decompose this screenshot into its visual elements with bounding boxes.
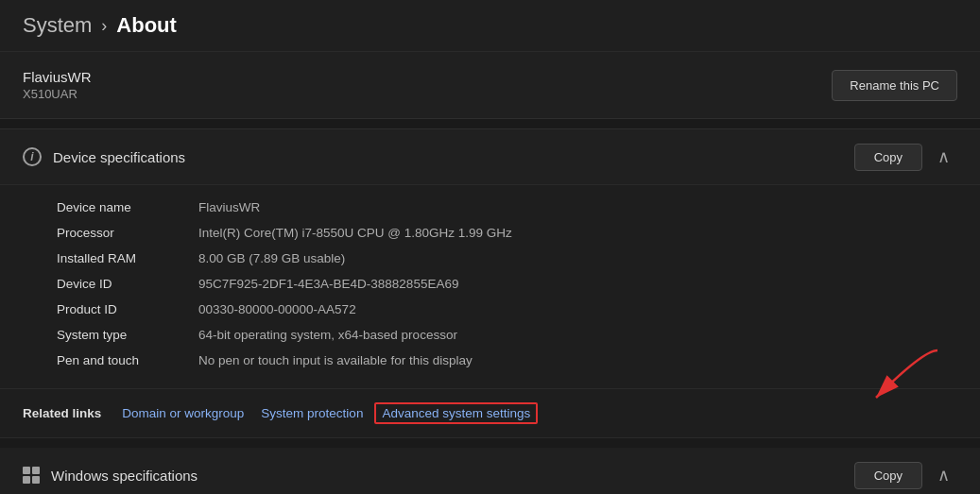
pc-name: FlaviusWR xyxy=(23,69,92,85)
related-links: Related links Domain or workgroupSystem … xyxy=(0,388,980,438)
related-link-item[interactable]: Advanced system settings xyxy=(374,402,538,424)
breadcrumb-chevron: › xyxy=(101,16,107,36)
win-spec-header: Windows specifications Copy ∧ xyxy=(0,448,980,494)
windows-spec-copy-button[interactable]: Copy xyxy=(854,462,922,489)
header: System › About xyxy=(0,0,980,52)
info-icon: i xyxy=(23,147,42,166)
win-spec-left: Windows specifications xyxy=(23,467,198,484)
main-container: System › About FlaviusWR X510UAR Rename … xyxy=(0,0,980,494)
spec-header-right: Copy ∧ xyxy=(854,143,957,171)
windows-logo-icon xyxy=(23,467,40,484)
windows-spec-collapse-button[interactable]: ∧ xyxy=(930,461,957,489)
windows-spec-title: Windows specifications xyxy=(51,468,198,484)
related-links-label: Related links xyxy=(23,406,101,420)
spec-header-left: i Device specifications xyxy=(23,147,185,166)
pc-model: X510UAR xyxy=(23,87,92,101)
related-links-wrapper: Related links Domain or workgroupSystem … xyxy=(0,388,980,438)
spec-value: 8.00 GB (7.89 GB usable) xyxy=(198,251,957,265)
spec-label: Device ID xyxy=(57,277,180,291)
system-label: System xyxy=(23,13,92,38)
device-spec-section: i Device specifications Copy ∧ Device na… xyxy=(0,128,980,438)
win-spec-right: Copy ∧ xyxy=(854,461,957,489)
device-spec-collapse-button[interactable]: ∧ xyxy=(930,143,957,171)
table-row: Installed RAM 8.00 GB (7.89 GB usable) xyxy=(57,251,957,265)
spec-header: i Device specifications Copy ∧ xyxy=(0,129,980,185)
pc-section: FlaviusWR X510UAR Rename this PC xyxy=(0,52,980,119)
spec-label: Processor xyxy=(57,226,180,240)
device-spec-title: Device specifications xyxy=(53,149,185,165)
spec-table: Device name FlaviusWR Processor Intel(R)… xyxy=(0,185,980,388)
device-spec-copy-button[interactable]: Copy xyxy=(854,144,922,171)
rename-pc-button[interactable]: Rename this PC xyxy=(832,70,957,101)
spec-value: 95C7F925-2DF1-4E3A-BE4D-38882855EA69 xyxy=(198,277,957,291)
table-row: System type 64-bit operating system, x64… xyxy=(57,328,957,342)
windows-spec-section: Windows specifications Copy ∧ xyxy=(0,448,980,494)
table-row: Processor Intel(R) Core(TM) i7-8550U CPU… xyxy=(57,226,957,240)
spec-label: System type xyxy=(57,328,180,342)
spec-label: Product ID xyxy=(57,302,180,316)
table-row: Product ID 00330-80000-00000-AA572 xyxy=(57,302,957,316)
table-row: Pen and touch No pen or touch input is a… xyxy=(57,353,957,367)
table-row: Device name FlaviusWR xyxy=(57,200,957,214)
related-link-item[interactable]: Domain or workgroup xyxy=(116,404,249,422)
spec-value: 00330-80000-00000-AA572 xyxy=(198,302,957,316)
related-link-item[interactable]: System protection xyxy=(255,404,369,422)
spec-value: 64-bit operating system, x64-based proce… xyxy=(198,328,957,342)
spec-label: Installed RAM xyxy=(57,251,180,265)
spec-label: Device name xyxy=(57,200,180,214)
page-title: About xyxy=(116,13,177,38)
table-row: Device ID 95C7F925-2DF1-4E3A-BE4D-388828… xyxy=(57,277,957,291)
spec-value: FlaviusWR xyxy=(198,200,957,214)
pc-info: FlaviusWR X510UAR xyxy=(23,69,92,101)
spec-value: No pen or touch input is available for t… xyxy=(198,353,957,367)
spec-value: Intel(R) Core(TM) i7-8550U CPU @ 1.80GHz… xyxy=(198,226,957,240)
spec-label: Pen and touch xyxy=(57,353,180,367)
